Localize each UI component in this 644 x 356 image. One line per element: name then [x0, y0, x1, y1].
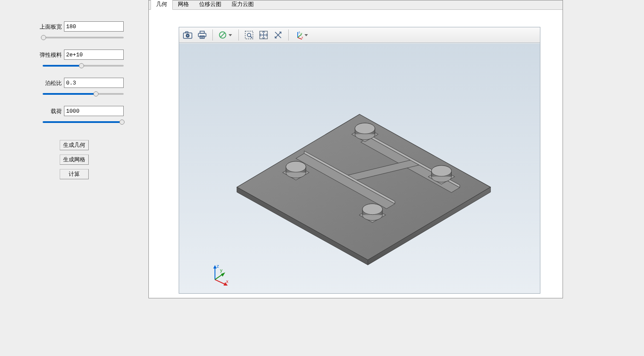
svg-marker-52 — [221, 272, 225, 277]
param-input-load[interactable] — [64, 106, 124, 116]
geometry-model-icon — [179, 44, 540, 293]
param-label: 弹性模料 — [0, 51, 62, 59]
param-row-load: 载荷 — [0, 106, 148, 127]
slider-elastic[interactable] — [43, 62, 124, 69]
tab-stress[interactable]: 应力云图 — [226, 0, 259, 9]
printer-icon[interactable] — [195, 29, 209, 41]
viewport-toolbar: z x y — [179, 27, 540, 43]
svg-text:y: y — [220, 268, 223, 273]
sidebar: 上面板宽 弹性模料 泊松比 载荷 — [0, 0, 148, 356]
svg-rect-3 — [186, 32, 188, 33]
svg-line-23 — [298, 35, 301, 38]
tab-mesh[interactable]: 网格 — [173, 0, 194, 9]
svg-text:x: x — [226, 279, 229, 284]
slider-width[interactable] — [43, 34, 124, 41]
viewport-canvas[interactable]: z x y — [179, 44, 540, 293]
camera-icon[interactable] — [181, 29, 194, 41]
param-input-elastic[interactable] — [64, 50, 124, 60]
slider-poisson[interactable] — [43, 90, 124, 97]
tab-bar: 几何 网格 位移云图 应力云图 — [149, 0, 563, 10]
svg-text:y: y — [301, 32, 302, 35]
param-row-poisson: 泊松比 — [0, 78, 148, 99]
gen-geometry-button[interactable]: 生成几何 — [60, 140, 89, 150]
svg-marker-46 — [213, 265, 217, 268]
nullify-icon[interactable] — [216, 29, 235, 41]
zoom-box-icon[interactable] — [242, 29, 256, 41]
svg-point-2 — [187, 35, 188, 36]
svg-text:z: z — [217, 263, 219, 268]
param-label: 泊松比 — [0, 79, 62, 87]
param-input-width[interactable] — [64, 21, 124, 32]
axis-triad-icon: z x y — [209, 263, 230, 285]
axis-view-icon[interactable]: z x y — [292, 29, 311, 41]
fit-view-icon[interactable] — [257, 29, 270, 41]
main-panel: 几何 网格 位移云图 应力云图 — [148, 0, 563, 298]
param-label: 载荷 — [0, 108, 62, 115]
svg-point-41 — [432, 166, 452, 176]
svg-text:x: x — [302, 36, 303, 39]
action-buttons: 生成几何 生成网格 计算 — [0, 140, 148, 179]
svg-point-38 — [286, 161, 306, 172]
svg-rect-4 — [198, 33, 206, 37]
rotate-select-icon[interactable] — [271, 29, 285, 41]
svg-line-10 — [220, 33, 225, 38]
chevron-down-icon — [305, 34, 308, 36]
svg-point-35 — [355, 123, 375, 134]
gen-mesh-button[interactable]: 生成网格 — [60, 155, 89, 165]
param-input-poisson[interactable] — [64, 78, 124, 88]
viewport: z x y — [179, 27, 540, 294]
tab-geometry[interactable]: 几何 — [151, 0, 173, 10]
svg-point-44 — [363, 204, 383, 214]
param-row-width: 上面板宽 — [0, 21, 148, 43]
svg-point-12 — [247, 33, 251, 37]
param-row-elastic: 弹性模料 — [0, 50, 148, 71]
slider-load[interactable] — [43, 119, 124, 125]
chevron-down-icon — [229, 34, 232, 36]
compute-button[interactable]: 计算 — [60, 169, 89, 179]
svg-line-13 — [250, 36, 252, 38]
tab-displacement[interactable]: 位移云图 — [194, 0, 226, 9]
svg-rect-5 — [200, 31, 204, 33]
param-label: 上面板宽 — [0, 23, 62, 31]
view-frame: z x y — [149, 10, 563, 298]
svg-text:z: z — [299, 31, 300, 34]
